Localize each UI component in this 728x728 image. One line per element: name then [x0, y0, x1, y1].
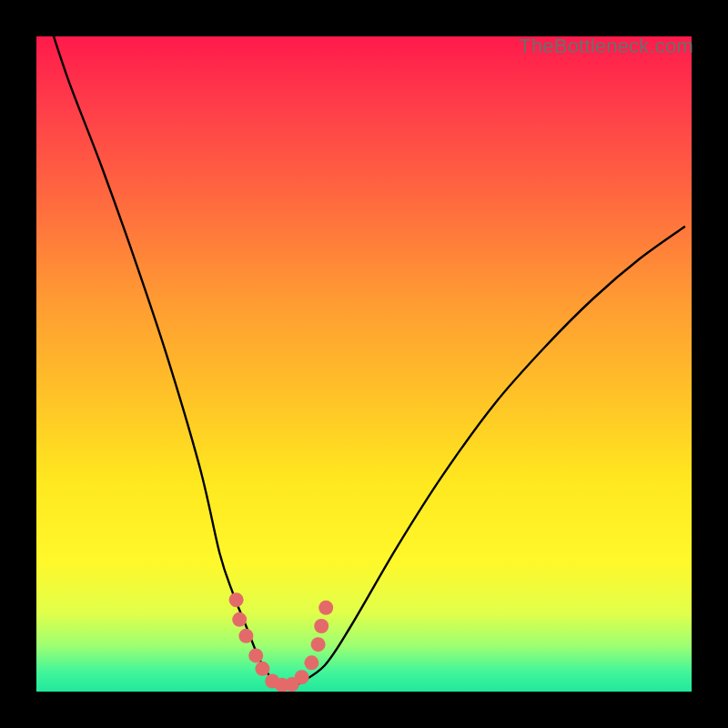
data-marker	[232, 612, 247, 627]
data-marker	[295, 670, 309, 684]
data-marker	[248, 648, 263, 662]
plot-area	[36, 36, 692, 692]
bottleneck-curve	[49, 36, 684, 689]
watermark-label: TheBottleneck.com	[519, 35, 693, 58]
data-marker	[255, 662, 269, 676]
data-marker	[318, 601, 333, 615]
data-marker	[314, 619, 329, 633]
chart-stage: TheBottleneck.com	[0, 0, 728, 728]
data-marker	[311, 637, 326, 652]
data-marker	[238, 629, 253, 643]
curve-svg	[36, 36, 692, 692]
data-marker	[304, 655, 318, 670]
marker-group	[229, 592, 334, 692]
data-marker	[229, 592, 244, 607]
